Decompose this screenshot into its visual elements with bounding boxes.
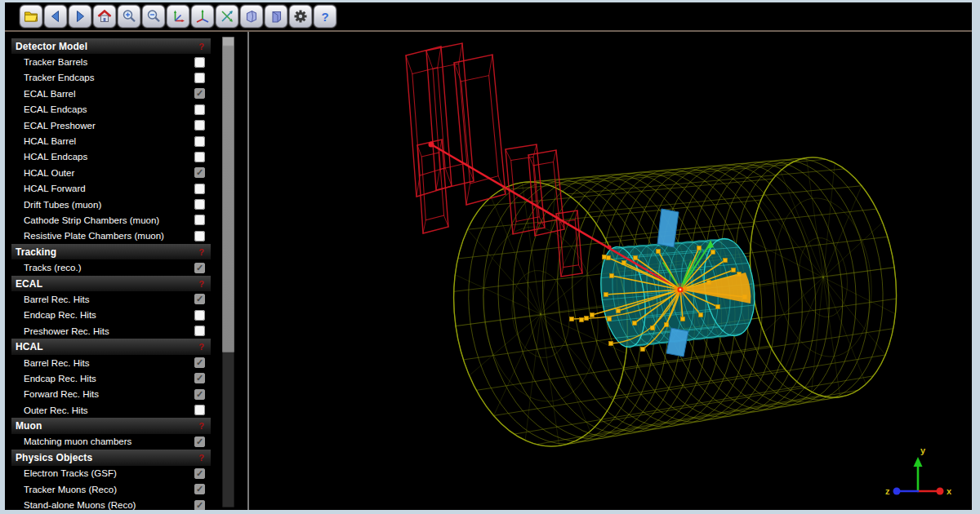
layer-label: Endcap Rec. Hits (24, 310, 96, 320)
layer-label: HCAL Outer (24, 168, 74, 178)
layer-label: Tracks (reco.) (24, 263, 82, 273)
layer-row: Tracker Muons (Reco) (11, 481, 211, 497)
layer-row: ECAL Preshower (11, 117, 211, 133)
axes-xz-icon (194, 8, 211, 24)
orthographic-box-icon (268, 8, 284, 24)
layer-checkbox[interactable] (194, 57, 205, 68)
layer-row: HCAL Endcaps (11, 149, 211, 165)
layer-checkbox[interactable] (194, 405, 205, 415)
layer-checkbox[interactable] (194, 500, 205, 510)
layer-checkbox[interactable] (194, 152, 205, 162)
zoom-in-button[interactable] (118, 5, 140, 28)
section-help-icon[interactable]: ? (198, 247, 204, 257)
open-file-button[interactable] (20, 5, 42, 28)
layer-checkbox[interactable] (194, 104, 205, 115)
axes-gizmo: yxz (885, 445, 952, 496)
layer-row: Electron Tracks (GSF) (11, 466, 211, 481)
layer-checkbox[interactable] (194, 73, 205, 83)
layer-checkbox[interactable] (194, 167, 205, 178)
layer-row: Forward Rec. Hits (11, 387, 211, 402)
next-event-button[interactable] (69, 5, 91, 28)
folder-open-icon (23, 8, 39, 24)
layer-checkbox[interactable] (194, 484, 205, 494)
layer-checkbox[interactable] (194, 357, 205, 368)
layer-checkbox[interactable] (194, 389, 205, 400)
home-icon (96, 8, 113, 24)
perspective-view-button[interactable] (240, 5, 263, 28)
layer-label: Tracker Muons (Reco) (24, 485, 117, 494)
layer-checkbox[interactable] (194, 184, 205, 194)
layer-row: Tracker Endcaps (11, 70, 211, 86)
layer-checkbox[interactable] (194, 215, 205, 225)
section-header-hcal: HCAL? (11, 339, 211, 354)
toolbar: ? (5, 2, 972, 32)
layer-label: HCAL Forward (24, 184, 86, 193)
layer-label: Barrel Rec. Hits (24, 295, 90, 304)
section-help-icon[interactable]: ? (198, 42, 204, 51)
layer-checkbox[interactable] (194, 294, 205, 304)
previous-event-button[interactable] (44, 5, 67, 28)
settings-button[interactable] (289, 5, 312, 28)
layer-label: Outer Rec. Hits (24, 405, 88, 415)
layer-row: Outer Rec. Hits (11, 402, 211, 418)
layer-checkbox[interactable] (194, 136, 205, 147)
layer-checkbox[interactable] (194, 310, 205, 321)
section-title: HCAL (16, 341, 43, 352)
orthographic-view-button[interactable] (265, 5, 287, 28)
app-window: ? Detector Model?Tracker BarrelsTracker … (5, 2, 972, 510)
layer-label: HCAL Endcaps (24, 152, 87, 162)
section-help-icon[interactable]: ? (198, 453, 204, 463)
interaction-vertex (674, 283, 687, 296)
section-header-tracking: Tracking? (11, 244, 211, 259)
muon-chambers-red (406, 43, 582, 277)
layer-label: Tracker Endcaps (24, 73, 95, 82)
layer-row: Resistive Plate Chambers (muon) (11, 228, 211, 244)
section-header-physics-objects: Physics Objects? (11, 450, 211, 465)
layer-label: HCAL Barrel (24, 136, 76, 146)
xz-view-button[interactable] (191, 5, 214, 28)
rotate-view-button[interactable] (216, 5, 238, 28)
axes-yx-icon (170, 8, 186, 24)
layer-list: Detector Model?Tracker BarrelsTracker En… (11, 38, 211, 510)
layer-checkbox[interactable] (194, 373, 205, 383)
layer-checkbox[interactable] (194, 263, 205, 273)
layer-row: Barrel Rec. Hits (11, 355, 211, 370)
help-button[interactable]: ? (314, 5, 336, 28)
layer-label: Electron Tracks (GSF) (24, 468, 117, 478)
event-display-canvas[interactable]: yxz (249, 32, 972, 510)
layer-checkbox[interactable] (194, 436, 205, 447)
arrow-left-icon (47, 8, 64, 24)
section-help-icon[interactable]: ? (198, 421, 204, 431)
layer-checkbox[interactable] (194, 468, 205, 479)
muon-track (429, 142, 681, 290)
section-header-muon: Muon? (11, 418, 211, 433)
detector-scene-svg[interactable]: yxz (249, 32, 972, 510)
section-help-icon[interactable]: ? (198, 279, 204, 289)
layer-checkbox[interactable] (194, 88, 205, 99)
axis-label-x: x (947, 486, 952, 496)
section-title: Detector Model (16, 41, 87, 52)
yx-view-button[interactable] (167, 5, 189, 28)
layer-checkbox[interactable] (194, 231, 205, 241)
panel-gap (237, 32, 247, 510)
layer-row: HCAL Barrel (11, 133, 211, 148)
sidebar-scrollbar-thumb[interactable] (222, 37, 234, 352)
content-area: Detector Model?Tracker BarrelsTracker En… (5, 32, 972, 510)
layer-label: ECAL Endcaps (24, 104, 87, 114)
perspective-box-icon (243, 8, 260, 24)
sidebar-scrollbar[interactable] (222, 37, 234, 507)
section-title: Muon (16, 420, 42, 432)
layer-checkbox[interactable] (194, 199, 205, 210)
layer-row: Stand-alone Muons (Reco) (11, 497, 211, 510)
layer-label: Drift Tubes (muon) (24, 200, 101, 210)
zoom-out-button[interactable] (142, 5, 165, 28)
svg-text:?: ? (321, 10, 328, 24)
layer-label: Cathode Strip Chambers (muon) (24, 215, 159, 225)
section-title: Tracking (16, 246, 56, 258)
section-help-icon[interactable]: ? (198, 342, 204, 352)
zoom-out-icon (145, 8, 162, 24)
layer-checkbox[interactable] (194, 120, 205, 131)
section-title: Physics Objects (16, 452, 92, 463)
home-view-button[interactable] (93, 5, 116, 28)
layer-checkbox[interactable] (194, 326, 205, 336)
